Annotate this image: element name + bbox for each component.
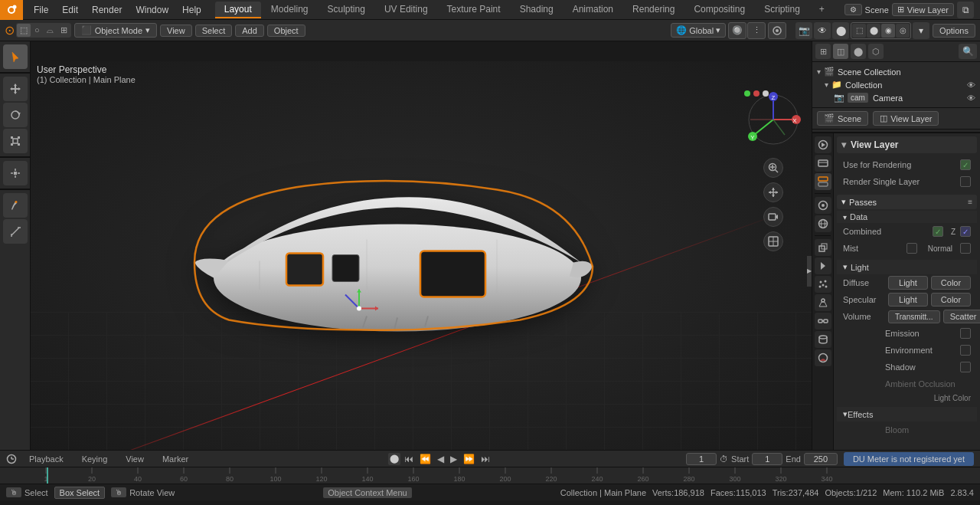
tab-animation[interactable]: Animation: [564, 2, 622, 18]
outliner-icon-mesh[interactable]: ⬡: [868, 44, 884, 59]
menu-edit[interactable]: Edit: [56, 3, 84, 17]
rotate-key[interactable]: 🖱: [111, 487, 126, 497]
combined-checkbox[interactable]: ✓: [933, 226, 943, 237]
shading-options-btn[interactable]: ▾: [913, 22, 929, 39]
panel-collapse-btn[interactable]: ▶: [807, 256, 812, 287]
view-layer-section-header[interactable]: ▾ View Layer: [837, 136, 977, 153]
grid-view-btn[interactable]: [763, 231, 783, 251]
props-data-icon[interactable]: [815, 331, 831, 348]
header-cursor-icon[interactable]: ⊙: [5, 23, 15, 38]
diffuse-light-btn[interactable]: Light: [888, 276, 928, 290]
tab-sculpting[interactable]: Sculpting: [318, 2, 374, 18]
tab-layout[interactable]: Layout: [215, 2, 261, 18]
outliner-icon-scenes[interactable]: ⊞: [815, 44, 831, 59]
scene-collection-item[interactable]: ▾ 🎬 Scene Collection: [812, 65, 980, 78]
outliner-icon-viewlayer[interactable]: ◫: [833, 44, 848, 59]
tab-uv-editing[interactable]: UV Editing: [375, 2, 437, 18]
tab-rendering[interactable]: Rendering: [623, 2, 684, 18]
light-header[interactable]: ▾ Light: [837, 260, 977, 274]
select-key-indicator[interactable]: 🖱: [6, 487, 21, 497]
scale-tool[interactable]: [3, 129, 28, 153]
play-reverse-btn[interactable]: ◀: [435, 452, 446, 466]
playback-tab[interactable]: Playback: [23, 453, 70, 465]
camera-eye-icon[interactable]: 👁: [967, 93, 975, 103]
step-forward-btn[interactable]: ⏩: [461, 452, 477, 466]
header-select-box[interactable]: ⬚: [17, 24, 31, 37]
viewport[interactable]: User Perspective (1) Collection | Main P…: [31, 41, 812, 450]
move-tool[interactable]: [3, 77, 28, 101]
render-single-layer-checkbox[interactable]: [960, 176, 971, 187]
props-material-icon[interactable]: [815, 349, 831, 366]
jump-start-btn[interactable]: ⏮: [402, 452, 416, 466]
z-checkbox[interactable]: ✓: [960, 226, 971, 237]
props-modifier-icon[interactable]: [815, 257, 831, 274]
zoom-in-btn[interactable]: [763, 158, 783, 178]
object-menu[interactable]: Object: [267, 25, 305, 37]
mist-checkbox[interactable]: [906, 243, 917, 254]
mode-selector[interactable]: ⬛ Object Mode ▾: [74, 23, 157, 38]
props-scene-icon[interactable]: [815, 197, 831, 214]
timeline-ticks[interactable]: 1 20 40 60 80 100 120 140 160 180 200 22…: [0, 467, 980, 484]
snap-settings[interactable]: ⋮: [747, 22, 766, 39]
tab-shading[interactable]: Shading: [511, 2, 563, 18]
select-menu[interactable]: Select: [195, 25, 233, 37]
options-btn[interactable]: Options: [933, 24, 975, 38]
pan-btn[interactable]: [763, 182, 783, 202]
viewport-overlay-btn[interactable]: ⬤: [832, 22, 849, 39]
tab-add[interactable]: +: [810, 2, 834, 18]
play-btn[interactable]: ▶: [448, 452, 459, 466]
props-world-icon[interactable]: [815, 215, 831, 232]
menu-render[interactable]: Render: [86, 3, 128, 17]
copy-viewlayer-btn[interactable]: ⧉: [957, 2, 974, 18]
add-menu[interactable]: Add: [235, 25, 264, 37]
outliner-icon-object[interactable]: ⬤: [851, 44, 866, 59]
box-select-mode-btn[interactable]: Box Select: [54, 487, 106, 499]
current-frame-input[interactable]: [686, 453, 717, 465]
material-mode[interactable]: ◉: [881, 24, 895, 38]
viewport-canvas[interactable]: X Y Z: [31, 61, 812, 450]
rotate-tool[interactable]: [3, 103, 28, 127]
du-meter-btn[interactable]: DU Meter is not registered yet: [844, 452, 974, 466]
passes-header[interactable]: ▾ Passes ≡: [837, 195, 977, 209]
normal-checkbox[interactable]: [960, 243, 971, 254]
header-select-circle[interactable]: ○: [31, 24, 43, 37]
viewlayer-selector[interactable]: ◫ View Layer: [873, 111, 939, 126]
solid-mode[interactable]: ⬤: [867, 24, 880, 38]
header-select-lasso[interactable]: ⌓: [44, 24, 57, 37]
start-frame-input[interactable]: [752, 453, 782, 465]
wireframe-mode[interactable]: ⬚: [852, 24, 866, 38]
use-for-rendering-checkbox[interactable]: ✓: [960, 159, 971, 170]
shadow-checkbox[interactable]: [960, 362, 971, 372]
data-header[interactable]: ▾ Data: [837, 211, 977, 223]
specular-color-btn[interactable]: Color: [931, 293, 971, 307]
spacecraft-object[interactable]: [152, 139, 612, 372]
props-object-icon[interactable]: [815, 239, 831, 256]
jump-end-btn[interactable]: ⏭: [479, 452, 492, 466]
record-btn[interactable]: ⬤: [388, 453, 400, 465]
tab-scripting[interactable]: Scripting: [755, 2, 809, 18]
menu-help[interactable]: Help: [176, 3, 207, 17]
collection-eye-icon[interactable]: 👁: [967, 80, 975, 90]
props-render-icon[interactable]: [815, 136, 831, 153]
viewport-camera-btn[interactable]: 📷: [795, 22, 812, 39]
proportional-edit-btn[interactable]: [768, 22, 786, 39]
emission-checkbox[interactable]: [960, 328, 971, 339]
effects-header[interactable]: ▾ Effects: [837, 407, 977, 421]
snap-toggle[interactable]: 🔘: [728, 22, 746, 39]
rendered-mode[interactable]: ◎: [896, 24, 910, 38]
menu-window[interactable]: Window: [129, 3, 175, 17]
menu-file[interactable]: File: [28, 3, 54, 17]
engine-selector[interactable]: ⚙: [844, 4, 862, 15]
specular-light-btn[interactable]: Light: [888, 293, 928, 307]
scene-selector[interactable]: 🎬 Scene: [817, 111, 868, 126]
header-select-extra[interactable]: ⊞: [57, 24, 70, 37]
view-tab[interactable]: View: [119, 453, 150, 465]
volume-scatter-btn[interactable]: Scatter: [943, 310, 980, 323]
end-frame-input[interactable]: [804, 453, 838, 465]
orientation-gizmo[interactable]: X Y Z: [743, 89, 804, 150]
volume-transmit-btn[interactable]: Transmitt...: [888, 310, 940, 323]
props-output-icon[interactable]: [815, 155, 831, 172]
view-layer-header[interactable]: ⊞ View Layer: [892, 3, 954, 16]
props-constraints-icon[interactable]: [815, 313, 831, 330]
tab-texture-paint[interactable]: Texture Paint: [438, 2, 510, 18]
